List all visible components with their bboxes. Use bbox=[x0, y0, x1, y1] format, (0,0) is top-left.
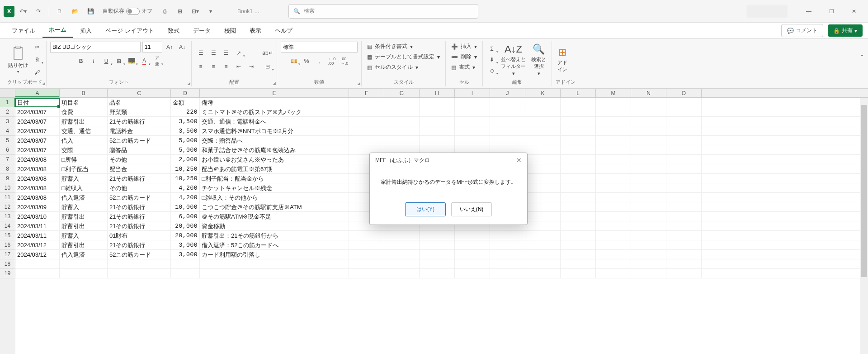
font-name-select[interactable] bbox=[50, 42, 141, 53]
cell[interactable] bbox=[490, 259, 525, 268]
cell[interactable]: 野菜類 bbox=[108, 107, 171, 116]
cell[interactable]: 交際 bbox=[60, 145, 108, 154]
comma-button[interactable]: , bbox=[314, 56, 325, 66]
cell[interactable]: 金額 bbox=[171, 98, 200, 107]
cell[interactable]: 借入返済 bbox=[60, 193, 108, 202]
cell[interactable] bbox=[561, 202, 596, 211]
cell[interactable] bbox=[561, 183, 596, 192]
cell[interactable] bbox=[561, 107, 596, 116]
cell[interactable] bbox=[525, 240, 561, 249]
indent-increase-button[interactable]: ⇥ bbox=[246, 62, 257, 72]
phonetic-button[interactable]: ア亜 bbox=[151, 56, 162, 66]
cell[interactable] bbox=[631, 174, 666, 183]
cell[interactable] bbox=[349, 269, 384, 278]
cell[interactable] bbox=[561, 126, 596, 135]
cell[interactable]: 借入返済 bbox=[60, 250, 108, 259]
cell[interactable]: 電話料金 bbox=[108, 126, 171, 135]
cell[interactable] bbox=[171, 269, 200, 278]
cell[interactable]: 貯蓄入 bbox=[60, 174, 108, 183]
cell[interactable] bbox=[525, 117, 561, 126]
clear-button[interactable]: ◇ bbox=[486, 66, 497, 76]
cell[interactable]: 貯蓄入 bbox=[60, 231, 108, 240]
autosum-button[interactable]: Σ bbox=[486, 44, 497, 54]
cell-styles-button[interactable]: ▦セルのスタイル ▾ bbox=[365, 62, 420, 72]
cell[interactable] bbox=[561, 212, 596, 221]
cell[interactable] bbox=[666, 221, 702, 230]
row-header-14[interactable]: 14 bbox=[0, 221, 15, 231]
cell[interactable] bbox=[420, 136, 455, 145]
form-button[interactable]: ⊡▾ bbox=[189, 5, 202, 18]
cell[interactable]: 5,000 bbox=[171, 136, 200, 145]
cell[interactable] bbox=[596, 250, 631, 259]
cell[interactable] bbox=[15, 269, 60, 278]
cell[interactable] bbox=[420, 259, 455, 268]
cell[interactable] bbox=[455, 259, 490, 268]
cell[interactable] bbox=[596, 117, 631, 126]
cell[interactable] bbox=[666, 117, 702, 126]
column-header-N[interactable]: N bbox=[631, 89, 666, 97]
cell[interactable] bbox=[525, 136, 561, 145]
cell[interactable]: スマホ通信料＠NNTポコモ※2月分 bbox=[200, 126, 349, 135]
cell[interactable] bbox=[455, 250, 490, 259]
row-header-13[interactable]: 13 bbox=[0, 212, 15, 221]
comments-button[interactable]: 💬 コメント bbox=[781, 24, 823, 37]
cell[interactable] bbox=[596, 269, 631, 278]
cell[interactable]: 52この筋カード bbox=[108, 250, 171, 259]
cell[interactable] bbox=[561, 174, 596, 183]
row-header-5[interactable]: 5 bbox=[0, 136, 15, 145]
cell[interactable] bbox=[631, 202, 666, 211]
addins-button[interactable]: ⊞ アド イン bbox=[556, 46, 569, 74]
cell[interactable] bbox=[596, 231, 631, 240]
cell[interactable] bbox=[420, 250, 455, 259]
cell[interactable] bbox=[349, 117, 384, 126]
cell[interactable]: チケットキャンセル※残念 bbox=[200, 183, 349, 192]
cell[interactable] bbox=[490, 136, 525, 145]
cell[interactable] bbox=[490, 117, 525, 126]
cell[interactable] bbox=[666, 145, 702, 154]
cell[interactable] bbox=[384, 107, 420, 116]
cell[interactable]: 6,000 bbox=[171, 212, 200, 221]
cell[interactable]: 5,000 bbox=[171, 145, 200, 154]
cell[interactable] bbox=[561, 221, 596, 230]
cell[interactable]: 21その筋銀行 bbox=[108, 174, 171, 183]
accounting-button[interactable]: 💴 bbox=[288, 56, 299, 66]
cell[interactable] bbox=[525, 107, 561, 116]
share-button[interactable]: 🔒 共有 ▾ bbox=[828, 24, 863, 37]
column-header-A[interactable]: A bbox=[15, 89, 60, 97]
cell[interactable]: 2024/03/07 bbox=[15, 145, 60, 154]
row-header-1[interactable]: 1 bbox=[0, 98, 15, 107]
calc-button[interactable]: ⊞ bbox=[173, 5, 187, 18]
cell[interactable] bbox=[596, 155, 631, 164]
column-header-C[interactable]: C bbox=[108, 89, 171, 97]
cell[interactable]: 10,250 bbox=[171, 164, 200, 173]
cell[interactable]: 2024/03/12 bbox=[15, 250, 60, 259]
tab-data[interactable]: データ bbox=[187, 24, 217, 38]
cell[interactable] bbox=[631, 126, 666, 135]
align-left-button[interactable]: ≡ bbox=[195, 62, 206, 72]
number-launcher[interactable]: ◢ bbox=[357, 81, 360, 86]
align-middle-button[interactable]: ☰ bbox=[208, 48, 219, 58]
cell[interactable] bbox=[631, 145, 666, 154]
column-header-D[interactable]: D bbox=[171, 89, 200, 97]
row-header-18[interactable]: 18 bbox=[0, 259, 15, 269]
cell[interactable] bbox=[384, 240, 420, 249]
cell[interactable] bbox=[525, 174, 561, 183]
cell[interactable] bbox=[631, 107, 666, 116]
cell[interactable] bbox=[525, 183, 561, 192]
cell[interactable] bbox=[384, 117, 420, 126]
cell[interactable] bbox=[666, 212, 702, 221]
cell[interactable] bbox=[631, 231, 666, 240]
column-header-B[interactable]: B bbox=[60, 89, 108, 97]
align-center-button[interactable]: ≡ bbox=[208, 62, 219, 72]
cell[interactable] bbox=[666, 126, 702, 135]
cell[interactable] bbox=[200, 259, 349, 268]
cell[interactable]: 2024/03/08 bbox=[15, 164, 60, 173]
cell[interactable] bbox=[596, 145, 631, 154]
cell[interactable] bbox=[384, 231, 420, 240]
cell[interactable] bbox=[455, 98, 490, 107]
cell[interactable] bbox=[666, 240, 702, 249]
cell[interactable]: ＠その筋駅ATM※現金不足 bbox=[200, 212, 349, 221]
cell[interactable] bbox=[420, 98, 455, 107]
column-header-O[interactable]: O bbox=[666, 89, 702, 97]
cell[interactable] bbox=[596, 126, 631, 135]
